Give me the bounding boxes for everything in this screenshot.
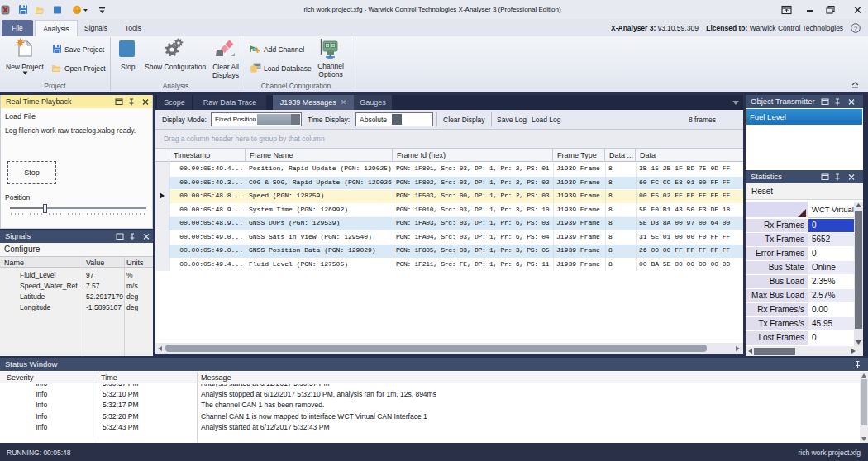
svg-text:?: ? [854,25,858,32]
